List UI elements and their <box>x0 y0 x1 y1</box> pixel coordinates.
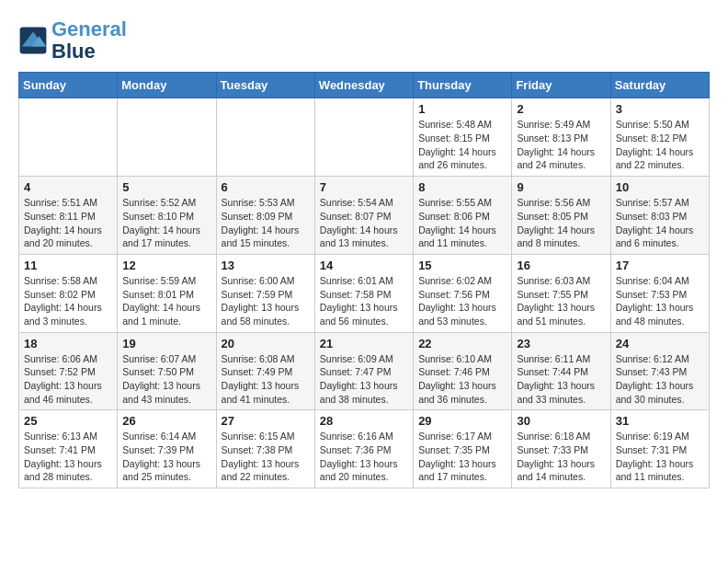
day-number: 4 <box>24 180 112 194</box>
day-number: 10 <box>616 180 704 194</box>
calendar-cell: 18Sunrise: 6:06 AM Sunset: 7:52 PM Dayli… <box>19 332 118 410</box>
day-info: Sunrise: 5:55 AM Sunset: 8:06 PM Dayligh… <box>418 196 506 250</box>
day-number: 19 <box>122 337 210 350</box>
calendar-cell <box>216 98 314 177</box>
day-info: Sunrise: 6:15 AM Sunset: 7:38 PM Dayligh… <box>222 430 310 484</box>
calendar-cell: 17Sunrise: 6:04 AM Sunset: 7:53 PM Dayli… <box>610 254 709 332</box>
weekday-header-saturday: Saturday <box>610 73 709 98</box>
weekday-header-sunday: Sunday <box>19 73 118 98</box>
calendar-cell: 24Sunrise: 6:12 AM Sunset: 7:43 PM Dayli… <box>610 332 709 410</box>
day-info: Sunrise: 6:02 AM Sunset: 7:56 PM Dayligh… <box>418 274 506 328</box>
calendar-cell <box>19 98 118 177</box>
calendar-cell: 23Sunrise: 6:11 AM Sunset: 7:44 PM Dayli… <box>512 332 610 410</box>
day-number: 22 <box>418 337 506 350</box>
day-info: Sunrise: 6:12 AM Sunset: 7:43 PM Dayligh… <box>616 352 704 407</box>
day-number: 18 <box>24 337 112 350</box>
day-number: 23 <box>517 337 605 350</box>
calendar-cell: 16Sunrise: 6:03 AM Sunset: 7:55 PM Dayli… <box>512 254 610 332</box>
logo: General Blue <box>18 18 127 63</box>
calendar-cell <box>314 98 413 177</box>
calendar-cell: 8Sunrise: 5:55 AM Sunset: 8:06 PM Daylig… <box>414 177 512 255</box>
weekday-header-row: SundayMondayTuesdayWednesdayThursdayFrid… <box>19 73 710 98</box>
calendar-cell: 4Sunrise: 5:51 AM Sunset: 8:11 PM Daylig… <box>19 177 118 255</box>
day-info: Sunrise: 6:00 AM Sunset: 7:59 PM Dayligh… <box>222 274 310 328</box>
day-info: Sunrise: 6:18 AM Sunset: 7:33 PM Dayligh… <box>517 430 605 484</box>
day-number: 28 <box>320 414 408 428</box>
calendar-cell: 25Sunrise: 6:13 AM Sunset: 7:41 PM Dayli… <box>19 410 118 488</box>
day-info: Sunrise: 6:11 AM Sunset: 7:44 PM Dayligh… <box>517 352 605 407</box>
calendar-cell: 30Sunrise: 6:18 AM Sunset: 7:33 PM Dayli… <box>512 410 610 488</box>
day-info: Sunrise: 5:49 AM Sunset: 8:13 PM Dayligh… <box>517 118 605 172</box>
calendar-cell: 10Sunrise: 5:57 AM Sunset: 8:03 PM Dayli… <box>610 177 709 255</box>
calendar-cell: 7Sunrise: 5:54 AM Sunset: 8:07 PM Daylig… <box>314 177 413 255</box>
day-number: 29 <box>418 414 506 428</box>
calendar-cell: 11Sunrise: 5:58 AM Sunset: 8:02 PM Dayli… <box>19 254 118 332</box>
logo-icon <box>18 26 48 55</box>
calendar-cell: 26Sunrise: 6:14 AM Sunset: 7:39 PM Dayli… <box>118 410 216 488</box>
calendar-cell: 31Sunrise: 6:19 AM Sunset: 7:31 PM Dayli… <box>610 410 709 488</box>
calendar-cell: 20Sunrise: 6:08 AM Sunset: 7:49 PM Dayli… <box>216 332 314 410</box>
day-info: Sunrise: 6:07 AM Sunset: 7:50 PM Dayligh… <box>122 352 210 407</box>
weekday-header-friday: Friday <box>512 73 610 98</box>
day-number: 7 <box>320 180 408 194</box>
day-number: 24 <box>616 337 704 350</box>
day-number: 25 <box>24 414 112 428</box>
day-number: 21 <box>320 337 408 350</box>
calendar-cell: 9Sunrise: 5:56 AM Sunset: 8:05 PM Daylig… <box>512 177 610 255</box>
weekday-header-monday: Monday <box>118 73 216 98</box>
calendar-cell: 27Sunrise: 6:15 AM Sunset: 7:38 PM Dayli… <box>216 410 314 488</box>
calendar-cell: 6Sunrise: 5:53 AM Sunset: 8:09 PM Daylig… <box>216 177 314 255</box>
calendar-week-row: 11Sunrise: 5:58 AM Sunset: 8:02 PM Dayli… <box>19 254 710 332</box>
day-info: Sunrise: 5:58 AM Sunset: 8:02 PM Dayligh… <box>24 274 112 328</box>
day-info: Sunrise: 6:14 AM Sunset: 7:39 PM Dayligh… <box>122 430 210 484</box>
calendar-cell: 22Sunrise: 6:10 AM Sunset: 7:46 PM Dayli… <box>414 332 512 410</box>
day-info: Sunrise: 6:19 AM Sunset: 7:31 PM Dayligh… <box>616 430 704 484</box>
day-info: Sunrise: 5:56 AM Sunset: 8:05 PM Dayligh… <box>517 196 605 250</box>
calendar-week-row: 25Sunrise: 6:13 AM Sunset: 7:41 PM Dayli… <box>19 410 710 488</box>
calendar-cell: 14Sunrise: 6:01 AM Sunset: 7:58 PM Dayli… <box>314 254 413 332</box>
day-number: 27 <box>222 414 310 428</box>
day-number: 31 <box>616 414 704 428</box>
day-info: Sunrise: 5:57 AM Sunset: 8:03 PM Dayligh… <box>616 196 704 250</box>
day-number: 13 <box>222 259 310 272</box>
calendar-header: SundayMondayTuesdayWednesdayThursdayFrid… <box>19 73 710 98</box>
calendar-cell: 15Sunrise: 6:02 AM Sunset: 7:56 PM Dayli… <box>414 254 512 332</box>
calendar-cell: 21Sunrise: 6:09 AM Sunset: 7:47 PM Dayli… <box>314 332 413 410</box>
weekday-header-wednesday: Wednesday <box>314 73 413 98</box>
calendar-cell <box>118 98 216 177</box>
calendar-body: 1Sunrise: 5:48 AM Sunset: 8:15 PM Daylig… <box>19 98 710 488</box>
logo-text: General Blue <box>51 18 127 63</box>
calendar-cell: 1Sunrise: 5:48 AM Sunset: 8:15 PM Daylig… <box>414 98 512 177</box>
calendar-cell: 19Sunrise: 6:07 AM Sunset: 7:50 PM Dayli… <box>118 332 216 410</box>
day-info: Sunrise: 5:51 AM Sunset: 8:11 PM Dayligh… <box>24 196 112 250</box>
day-number: 20 <box>222 337 310 350</box>
calendar-week-row: 4Sunrise: 5:51 AM Sunset: 8:11 PM Daylig… <box>19 177 710 255</box>
day-info: Sunrise: 5:52 AM Sunset: 8:10 PM Dayligh… <box>122 196 210 250</box>
day-number: 8 <box>418 180 506 194</box>
day-number: 6 <box>222 180 310 194</box>
weekday-header-thursday: Thursday <box>414 73 512 98</box>
day-info: Sunrise: 5:50 AM Sunset: 8:12 PM Dayligh… <box>616 118 704 172</box>
page-header: General Blue <box>18 18 710 63</box>
day-number: 26 <box>122 414 210 428</box>
day-info: Sunrise: 6:04 AM Sunset: 7:53 PM Dayligh… <box>616 274 704 328</box>
calendar-week-row: 1Sunrise: 5:48 AM Sunset: 8:15 PM Daylig… <box>19 98 710 177</box>
day-number: 30 <box>517 414 605 428</box>
day-info: Sunrise: 6:17 AM Sunset: 7:35 PM Dayligh… <box>418 430 506 484</box>
weekday-header-tuesday: Tuesday <box>216 73 314 98</box>
day-info: Sunrise: 5:48 AM Sunset: 8:15 PM Dayligh… <box>418 118 506 172</box>
day-number: 5 <box>122 180 210 194</box>
calendar-cell: 29Sunrise: 6:17 AM Sunset: 7:35 PM Dayli… <box>414 410 512 488</box>
day-info: Sunrise: 5:54 AM Sunset: 8:07 PM Dayligh… <box>320 196 408 250</box>
day-number: 2 <box>517 102 605 116</box>
day-info: Sunrise: 6:03 AM Sunset: 7:55 PM Dayligh… <box>517 274 605 328</box>
day-number: 3 <box>616 102 704 116</box>
calendar-cell: 28Sunrise: 6:16 AM Sunset: 7:36 PM Dayli… <box>314 410 413 488</box>
calendar-cell: 3Sunrise: 5:50 AM Sunset: 8:12 PM Daylig… <box>610 98 709 177</box>
calendar-week-row: 18Sunrise: 6:06 AM Sunset: 7:52 PM Dayli… <box>19 332 710 410</box>
calendar-table: SundayMondayTuesdayWednesdayThursdayFrid… <box>18 72 710 488</box>
calendar-cell: 5Sunrise: 5:52 AM Sunset: 8:10 PM Daylig… <box>118 177 216 255</box>
day-number: 1 <box>418 102 506 116</box>
calendar-cell: 13Sunrise: 6:00 AM Sunset: 7:59 PM Dayli… <box>216 254 314 332</box>
day-number: 16 <box>517 259 605 272</box>
